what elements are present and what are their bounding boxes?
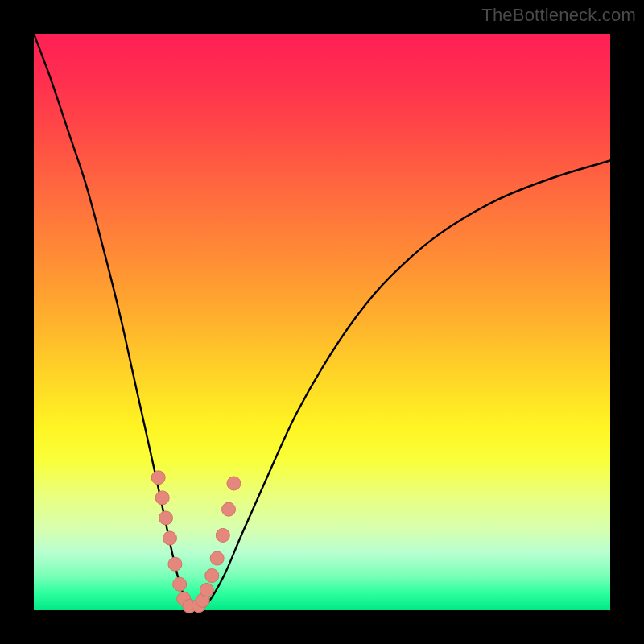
marker-dot [210, 551, 224, 565]
marker-dot [163, 531, 176, 545]
marker-dot [155, 491, 169, 505]
watermark-text: TheBottleneck.com [481, 5, 636, 26]
marker-dot [151, 471, 165, 485]
marker-dot [205, 569, 219, 583]
bottleneck-curve-path [34, 34, 610, 608]
chart-frame: TheBottleneck.com [0, 0, 644, 644]
marker-dot [159, 511, 172, 525]
plot-area [34, 34, 610, 610]
marker-dot [200, 583, 213, 597]
marker-dot [168, 557, 182, 571]
bottleneck-curve-svg [34, 34, 610, 610]
marker-dot [173, 577, 187, 591]
marker-dot [227, 477, 241, 490]
marker-dot [216, 528, 229, 542]
marker-dot [222, 502, 236, 516]
marker-group [151, 471, 241, 613]
